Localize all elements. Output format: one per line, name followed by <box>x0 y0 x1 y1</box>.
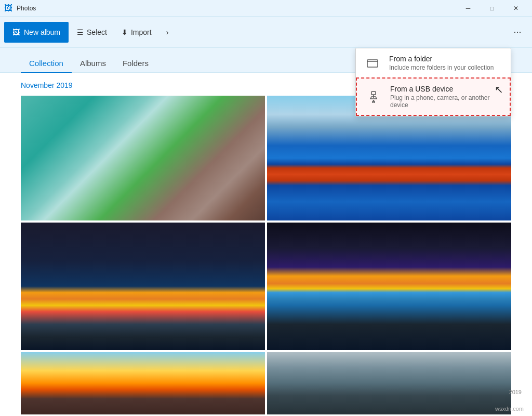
photo-item[interactable] <box>267 352 511 414</box>
more-button[interactable]: ··· <box>507 22 528 43</box>
tab-collection[interactable]: Collection <box>21 55 72 73</box>
chevron-button[interactable]: › <box>160 22 175 43</box>
from-usb-subtitle: Plug in a phone, camera, or another devi… <box>390 94 501 109</box>
from-folder-text: From a folder Include more folders in yo… <box>389 55 502 71</box>
tab-folders[interactable]: Folders <box>114 55 157 73</box>
photo-item[interactable] <box>21 352 265 414</box>
from-usb-title: From a USB device <box>390 85 501 93</box>
maximize-button[interactable]: □ <box>480 0 504 17</box>
photo-item[interactable] <box>21 96 265 220</box>
title-bar-controls: ─ □ ✕ <box>456 0 528 17</box>
chevron-right-icon: › <box>166 28 169 36</box>
import-label: Import <box>131 28 152 36</box>
app-icon: 🖼 <box>4 4 12 13</box>
usb-icon <box>365 88 382 105</box>
photo-item[interactable] <box>21 223 265 350</box>
title-bar-left: 🖼 Photos <box>4 4 36 13</box>
minimize-button[interactable]: ─ <box>456 0 480 17</box>
import-button[interactable]: ⬇ Import <box>115 22 158 43</box>
new-album-button[interactable]: 🖼 New album <box>4 22 69 43</box>
select-icon: ☰ <box>77 28 84 36</box>
title-bar: 🖼 Photos ─ □ ✕ <box>0 0 532 17</box>
year-label: 2019 <box>509 389 522 395</box>
photo-grid-row2 <box>21 223 511 350</box>
new-album-label: New album <box>24 28 60 36</box>
from-folder-item[interactable]: From a folder Include more folders in yo… <box>356 48 511 77</box>
select-button[interactable]: ☰ Select <box>71 22 113 43</box>
new-album-icon: 🖼 <box>12 28 20 36</box>
import-dropdown: From a folder Include more folders in yo… <box>355 48 511 116</box>
app-title: Photos <box>17 5 36 12</box>
from-folder-subtitle: Include more folders in your collection <box>389 64 502 71</box>
close-button[interactable]: ✕ <box>504 0 528 17</box>
from-folder-title: From a folder <box>389 55 502 63</box>
toolbar: 🖼 New album ☰ Select ⬇ Import › ··· <box>0 17 532 48</box>
from-usb-text: From a USB device Plug in a phone, camer… <box>390 85 501 109</box>
select-label: Select <box>87 28 107 36</box>
svg-rect-0 <box>367 60 378 67</box>
photo-grid-row3 <box>21 352 511 414</box>
folder-icon <box>364 55 381 71</box>
photo-item[interactable] <box>267 223 511 350</box>
tab-albums[interactable]: Albums <box>72 55 114 73</box>
import-icon: ⬇ <box>122 28 128 36</box>
from-usb-item[interactable]: From a USB device Plug in a phone, camer… <box>356 77 511 116</box>
svg-rect-1 <box>371 92 376 95</box>
main-content: November 2019 2019 wsxdn.com <box>0 73 532 416</box>
more-icon: ··· <box>513 27 521 37</box>
